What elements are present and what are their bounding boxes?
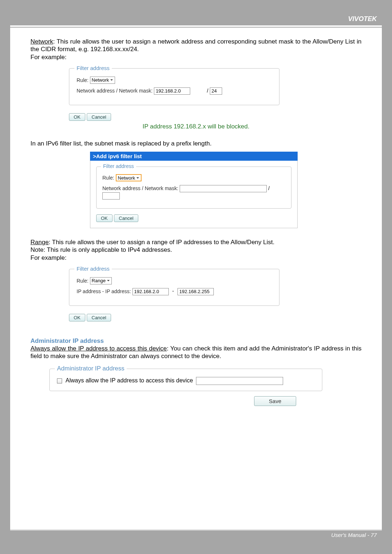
ok-button[interactable]: OK — [69, 113, 85, 121]
ipv6-cancel-button[interactable]: Cancel — [114, 214, 138, 222]
ipv6-header: >Add ipv6 filter list — [90, 152, 298, 161]
network-example: For example: — [30, 53, 362, 61]
blocked-caption: IP address 192.168.2.x will be blocked. — [30, 123, 362, 130]
network-label: Network — [30, 38, 53, 45]
ip-start-input[interactable]: 192.168.2.0 — [132, 288, 169, 295]
ipv6-addr-label: Network address / Network mask: — [102, 185, 178, 191]
admin-always-label: Always allow the IP address to access th… — [30, 345, 167, 352]
always-allow-label: Always allow the IP address to access th… — [66, 377, 193, 383]
cancel-button[interactable]: Cancel — [87, 113, 111, 121]
ipv6-rule-value: Network — [118, 175, 135, 181]
filter-legend: Filter address — [74, 65, 112, 71]
range-paragraph: Range: This rule allows the user to assi… — [30, 238, 362, 246]
network-desc: : This rule allows the user to assign a … — [30, 38, 362, 53]
footer-divider — [10, 530, 382, 530]
range-rule-label: Rule: — [77, 278, 89, 283]
rule-select-range-value: Range — [92, 278, 106, 283]
dash-separator: - — [172, 288, 174, 294]
admin-ip-box: Administrator IP address Always allow th… — [49, 369, 322, 391]
rule-select-network[interactable]: Network — [90, 77, 115, 84]
ipv6-rule-select[interactable]: Network — [116, 174, 142, 181]
dropdown-icon — [110, 78, 113, 82]
brand-text: VIVOTEK — [348, 15, 377, 22]
network-paragraph: Network: This rule allows the user to as… — [30, 38, 362, 53]
dropdown-icon — [107, 279, 110, 282]
slash-separator: / — [207, 87, 208, 93]
ipv6-ok-button[interactable]: OK — [96, 214, 113, 222]
addr-label: Network address / Network mask: — [77, 87, 152, 93]
filter-legend-range: Filter address — [74, 266, 112, 272]
range-note: Note: This rule is only applicable to IP… — [30, 246, 362, 254]
save-button[interactable]: Save — [254, 396, 296, 406]
brand-header: VIVOTEK — [10, 15, 382, 25]
ip-end-input[interactable]: 192.168.2.255 — [177, 288, 214, 295]
range-label: Range — [30, 239, 49, 246]
range-ok-button[interactable]: OK — [69, 314, 85, 321]
ipv6-address-input[interactable] — [180, 185, 267, 192]
admin-paragraph: Always allow the IP address to access th… — [30, 345, 362, 360]
filter-address-box-range: Filter address Rule: Range IP address - … — [69, 269, 279, 306]
range-desc: : This rule allows the user to assign a … — [49, 239, 274, 246]
ipv6-prefix-input[interactable] — [102, 192, 120, 200]
ipv6-rule-label: Rule: — [102, 175, 114, 181]
page-footer: User's Manual - 77 — [10, 530, 382, 539]
network-mask-input[interactable]: 24 — [210, 87, 222, 95]
ipv6-filter-legend: Filter address — [101, 163, 136, 169]
footer-text: User's Manual - 77 — [331, 532, 377, 538]
admin-box-legend: Administrator IP address — [55, 365, 127, 372]
rule-select-value: Network — [92, 77, 109, 83]
network-address-input[interactable]: 192.168.2.0 — [154, 87, 190, 95]
range-cancel-button[interactable]: Cancel — [87, 314, 111, 321]
rule-select-range[interactable]: Range — [90, 277, 112, 284]
ipv6-slash-separator: / — [268, 185, 270, 191]
admin-ip-input[interactable] — [196, 377, 283, 385]
ipv6-intro: In an IPv6 filter list, the subnet mask … — [30, 140, 362, 147]
admin-heading: Administrator IP address — [30, 337, 362, 345]
range-addr-label: IP address - IP address: — [77, 288, 131, 294]
ipv6-filter-box: >Add ipv6 filter list Filter address Rul… — [90, 152, 298, 228]
range-example: For example: — [30, 254, 362, 262]
filter-address-box-network: Filter address Rule: Network Network add… — [69, 68, 279, 105]
rule-label: Rule: — [77, 77, 89, 83]
always-allow-checkbox[interactable] — [57, 378, 62, 383]
dropdown-icon — [136, 176, 139, 180]
